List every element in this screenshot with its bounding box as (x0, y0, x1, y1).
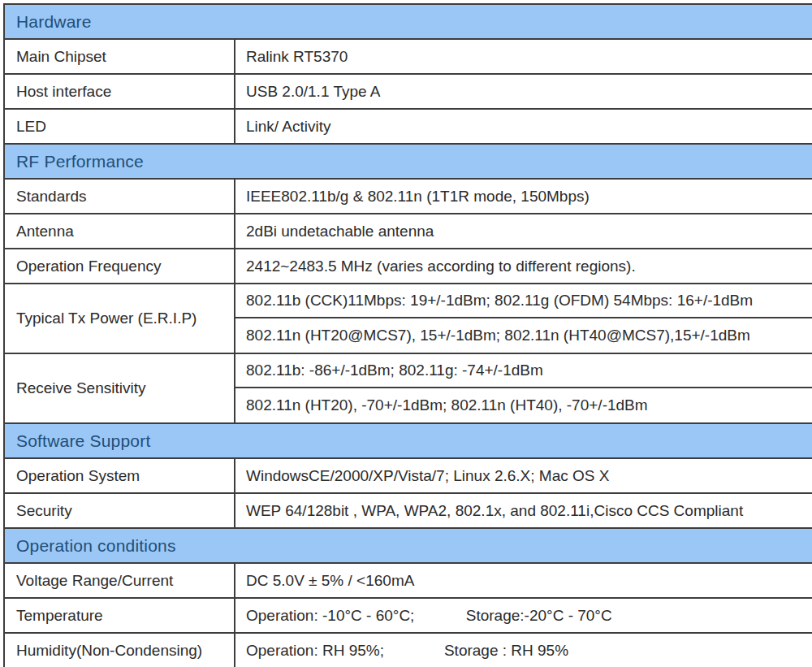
spec-value: WEP 64/128bit , WPA, WPA2, 802.1x, and 8… (235, 494, 812, 527)
section-header-rf-performance: RF Performance (5, 145, 812, 180)
table-row-led: LED Link/ Activity (5, 110, 812, 145)
spec-label: LED (5, 110, 235, 143)
table-row-temperature: Temperature Operation: -10°C - 60°C; Sto… (5, 599, 812, 634)
spec-label: Receive Sensitivity (5, 354, 235, 422)
spec-label: Security (5, 494, 235, 527)
table-row-typical-tx-power: Typical Tx Power (E.R.I.P) 802.11b (CCK)… (5, 284, 812, 354)
spec-value: Link/ Activity (235, 110, 812, 143)
table-row-main-chipset: Main Chipset Ralink RT5370 (5, 40, 812, 75)
spec-value: Ralink RT5370 (235, 40, 812, 73)
spec-label: Standards (5, 180, 235, 213)
section-header-software-support: Software Support (5, 424, 812, 459)
spec-value-group: 802.11b: -86+/-1dBm; 802.11g: -74+/-1dBm… (235, 354, 812, 422)
spec-value: IEEE802.11b/g & 802.11n (1T1R mode, 150M… (235, 180, 812, 213)
spec-value: Operation: -10°C - 60°C; Storage:-20°C -… (235, 599, 812, 632)
spec-label: Operation System (5, 459, 235, 492)
spec-value: USB 2.0/1.1 Type A (235, 75, 812, 108)
spec-value: 802.11n (HT20@MCS7), 15+/-1dBm; 802.11n … (235, 318, 812, 353)
spec-table: Hardware Main Chipset Ralink RT5370 Host… (3, 3, 812, 667)
spec-label: Temperature (5, 599, 235, 632)
spec-value: WindowsCE/2000/XP/Vista/7; Linux 2.6.X; … (235, 459, 812, 492)
spec-label: Antenna (5, 214, 235, 248)
spec-value: 802.11n (HT20), -70+/-1dBm; 802.11n (HT4… (235, 388, 812, 422)
spec-value: Operation: RH 95%; Storage : RH 95% (235, 634, 812, 667)
table-row-security: Security WEP 64/128bit , WPA, WPA2, 802.… (5, 494, 812, 529)
spec-value: DC 5.0V ± 5% / <160mA (235, 564, 812, 597)
table-row-operation-system: Operation System WindowsCE/2000/XP/Vista… (5, 459, 812, 494)
table-row-receive-sensitivity: Receive Sensitivity 802.11b: -86+/-1dBm;… (5, 354, 812, 424)
spec-value: 802.11b (CCK)11Mbps: 19+/-1dBm; 802.11g … (235, 284, 812, 318)
section-title: RF Performance (16, 152, 144, 171)
spec-label: Main Chipset (5, 40, 235, 73)
table-row-operation-frequency: Operation Frequency 2412~2483.5 MHz (var… (5, 249, 812, 284)
section-title: Operation conditions (16, 536, 176, 556)
spec-value: 2dBi undetachable antenna (235, 214, 812, 248)
spec-value: 2412~2483.5 MHz (varies according to dif… (235, 249, 812, 283)
spec-value-group: 802.11b (CCK)11Mbps: 19+/-1dBm; 802.11g … (235, 284, 812, 353)
section-header-hardware: Hardware (5, 5, 812, 40)
section-title: Software Support (16, 431, 150, 451)
spec-label: Host interface (5, 75, 235, 108)
table-row-standards: Standards IEEE802.11b/g & 802.11n (1T1R … (5, 180, 812, 214)
spec-label: Humidity(Non-Condensing) (5, 634, 235, 667)
spec-label: Typical Tx Power (E.R.I.P) (5, 284, 235, 353)
spec-value: 802.11b: -86+/-1dBm; 802.11g: -74+/-1dBm (235, 354, 812, 388)
section-header-operation-conditions: Operation conditions (5, 529, 812, 564)
spec-label: Operation Frequency (5, 249, 235, 283)
table-row-voltage-range-current: Voltage Range/Current DC 5.0V ± 5% / <16… (5, 564, 812, 599)
table-row-antenna: Antenna 2dBi undetachable antenna (5, 214, 812, 249)
spec-label: Voltage Range/Current (5, 564, 235, 597)
table-row-humidity: Humidity(Non-Condensing) Operation: RH 9… (5, 634, 812, 667)
section-title: Hardware (16, 12, 92, 32)
table-row-host-interface: Host interface USB 2.0/1.1 Type A (5, 75, 812, 110)
